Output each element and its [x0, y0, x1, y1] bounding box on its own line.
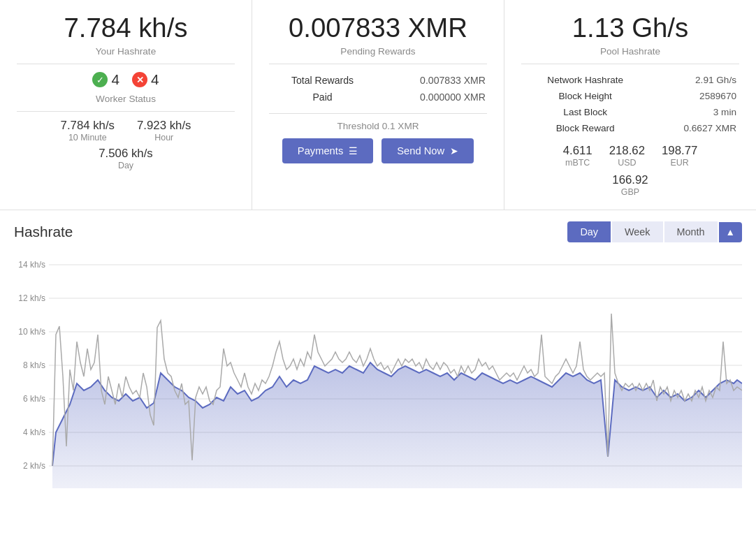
rate-10min: 7.784 kh/s 10 Minute — [61, 119, 115, 142]
network-hashrate-label: Network Hashrate — [523, 73, 648, 87]
svg-text:10 kh/s: 10 kh/s — [18, 327, 45, 337]
action-buttons: Payments ☰ Send Now ➤ — [269, 138, 487, 163]
price-usd-value: 218.62 — [609, 144, 645, 158]
rate-10min-value: 7.784 kh/s — [61, 119, 115, 133]
workers-online-count: 4 — [111, 71, 119, 88]
svg-text:14 kh/s: 14 kh/s — [18, 260, 45, 270]
price-gbp-label: GBP — [521, 187, 739, 197]
hashrate-chart: 14 kh/s 12 kh/s 10 kh/s 8 kh/s 6 kh/s 4 … — [14, 251, 742, 502]
worker-status-label: Worker Status — [17, 94, 235, 104]
check-icon: ✓ — [92, 72, 108, 87]
chart-section: Hashrate Day Week Month ▲ 14 kh/s 12 kh/… — [0, 210, 756, 502]
block-height-value: 2589670 — [649, 89, 738, 103]
rate-10min-label: 10 Minute — [61, 133, 115, 142]
price-eur: 198.77 EUR — [662, 144, 697, 168]
price-mbtc-label: mBTC — [563, 158, 593, 168]
rate-hour-value: 7.923 kh/s — [137, 119, 191, 133]
hashrate-card: 7.784 kh/s Your Hashrate ✓ 4 ✕ 4 Worker … — [0, 0, 252, 210]
total-rewards-label: Total Rewards — [270, 73, 375, 88]
chart-header: Hashrate Day Week Month ▲ — [0, 221, 756, 251]
send-now-button[interactable]: Send Now ➤ — [381, 138, 474, 163]
workers-online-badge: ✓ 4 — [92, 71, 119, 88]
price-eur-label: EUR — [662, 158, 697, 168]
payments-icon: ☰ — [349, 145, 358, 156]
payments-label: Payments — [298, 145, 343, 156]
hashrate-main-value: 7.784 kh/s — [17, 13, 235, 43]
svg-text:8 kh/s: 8 kh/s — [23, 360, 45, 370]
x-icon: ✕ — [132, 72, 147, 87]
rate-day-label: Day — [17, 161, 235, 170]
price-usd-label: USD — [609, 158, 645, 168]
rewards-main-value: 0.007833 XMR — [269, 13, 487, 43]
rewards-table: Total Rewards 0.007833 XMR Paid 0.000000… — [269, 71, 487, 106]
block-reward-label: Block Reward — [523, 121, 648, 136]
network-hashrate-value: 2.91 Gh/s — [649, 73, 738, 87]
last-block-row: Last Block 3 min — [523, 105, 738, 119]
svg-text:4 kh/s: 4 kh/s — [23, 427, 45, 437]
pool-main-value: 1.13 Gh/s — [521, 13, 739, 43]
price-mbtc: 4.611 mBTC — [563, 144, 593, 168]
workers-offline-badge: ✕ 4 — [132, 71, 159, 88]
last-block-label: Last Block — [523, 105, 648, 119]
worker-status-row: ✓ 4 ✕ 4 — [17, 71, 235, 88]
price-mbtc-value: 4.611 — [563, 144, 593, 158]
pool-card: 1.13 Gh/s Pool Hashrate Network Hashrate… — [504, 0, 756, 210]
block-reward-row: Block Reward 0.6627 XMR — [523, 121, 738, 136]
send-icon: ➤ — [450, 145, 458, 156]
rewards-subtitle: Pending Rewards — [269, 46, 487, 57]
rate-day: 7.506 kh/s Day — [17, 147, 235, 170]
rate-day-value: 7.506 kh/s — [17, 147, 235, 161]
rate-hour: 7.923 kh/s Hour — [137, 119, 191, 142]
workers-offline-count: 4 — [151, 71, 159, 88]
send-now-label: Send Now — [397, 145, 444, 156]
tab-day[interactable]: Day — [567, 221, 611, 242]
pool-subtitle: Pool Hashrate — [521, 46, 739, 57]
price-gbp: 166.92 GBP — [521, 173, 739, 197]
block-reward-value: 0.6627 XMR — [649, 121, 738, 136]
network-hashrate-row: Network Hashrate 2.91 Gh/s — [523, 73, 738, 87]
paid-value: 0.000000 XMR — [376, 89, 486, 105]
block-height-row: Block Height 2589670 — [523, 89, 738, 103]
chart-title: Hashrate — [14, 224, 73, 240]
payments-button[interactable]: Payments ☰ — [282, 138, 373, 163]
threshold-text: Threshold 0.1 XMR — [269, 121, 487, 131]
hashrate-subtitle: Your Hashrate — [17, 46, 235, 57]
last-block-value: 3 min — [649, 105, 738, 119]
block-height-label: Block Height — [523, 89, 648, 103]
paid-row: Paid 0.000000 XMR — [270, 89, 486, 105]
chart-controls: Day Week Month ▲ — [567, 221, 742, 242]
total-rewards-row: Total Rewards 0.007833 XMR — [270, 73, 486, 88]
hashrate-rates-row: 7.784 kh/s 10 Minute 7.923 kh/s Hour — [17, 119, 235, 142]
tab-week[interactable]: Week — [612, 221, 663, 242]
paid-label: Paid — [270, 89, 375, 105]
price-eur-value: 198.77 — [662, 144, 697, 158]
pool-stats-table: Network Hashrate 2.91 Gh/s Block Height … — [521, 71, 739, 137]
svg-text:2 kh/s: 2 kh/s — [23, 461, 45, 471]
price-gbp-value: 166.92 — [521, 173, 739, 187]
rate-hour-label: Hour — [137, 133, 191, 142]
chart-container: 14 kh/s 12 kh/s 10 kh/s 8 kh/s 6 kh/s 4 … — [0, 251, 756, 502]
svg-text:6 kh/s: 6 kh/s — [23, 394, 45, 404]
rewards-card: 0.007833 XMR Pending Rewards Total Rewar… — [252, 0, 504, 210]
price-grid: 4.611 mBTC 218.62 USD 198.77 EUR — [521, 144, 739, 168]
tab-month[interactable]: Month — [664, 221, 718, 242]
total-rewards-value: 0.007833 XMR — [376, 73, 486, 88]
svg-text:12 kh/s: 12 kh/s — [18, 293, 45, 303]
price-usd: 218.62 USD — [609, 144, 645, 168]
chevron-up-button[interactable]: ▲ — [719, 222, 742, 242]
